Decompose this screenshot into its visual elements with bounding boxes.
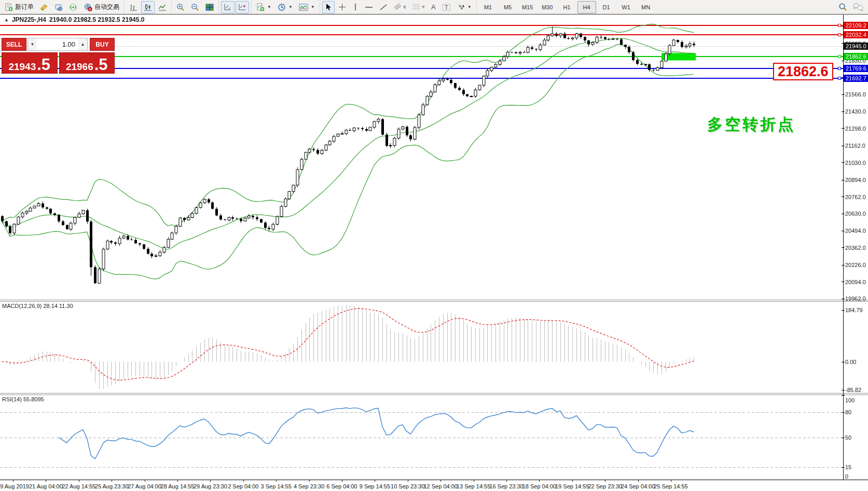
new-order-button[interactable]: 新订单 bbox=[2, 1, 36, 13]
timeframe-H4[interactable]: H4 bbox=[577, 1, 596, 13]
price-tick-dash bbox=[842, 111, 845, 112]
time-label: 21 Aug 04:00 bbox=[29, 483, 63, 489]
trendline-icon bbox=[379, 4, 388, 11]
documents-icon bbox=[40, 3, 48, 11]
auto-trading-button[interactable]: 自动交易 bbox=[81, 1, 122, 13]
macd-scale-label: -85.82 bbox=[845, 387, 868, 393]
trendline-button[interactable] bbox=[377, 1, 390, 13]
time-label: 3 Sep 14:55 bbox=[261, 483, 292, 489]
timeframe-M5[interactable]: M5 bbox=[499, 1, 517, 13]
macd-tick-dash bbox=[842, 310, 845, 311]
chart-title-ohlc: 21940.0 21982.5 21932.5 21945.0 bbox=[49, 16, 145, 23]
chart-title: ▲ JPN225-,H4 21940.0 21982.5 21932.5 219… bbox=[4, 16, 144, 23]
line-chart-button[interactable] bbox=[156, 1, 169, 13]
auto-scroll-button[interactable] bbox=[221, 1, 235, 13]
time-tick bbox=[605, 480, 605, 482]
time-label: 27 Aug 04:00 bbox=[128, 483, 161, 489]
candlestick-chart-button[interactable] bbox=[141, 1, 155, 13]
timeframe-D1[interactable]: D1 bbox=[597, 1, 616, 13]
chart-annotation-text[interactable]: 多空转折点 bbox=[707, 114, 795, 135]
price-chart-canvas[interactable] bbox=[0, 15, 843, 300]
rsi-scale-label: 80 bbox=[845, 409, 868, 415]
text-button[interactable]: A bbox=[429, 1, 438, 13]
timeframe-M30[interactable]: M30 bbox=[538, 1, 557, 13]
toolbar-group-trade: 新订单 自动交易 bbox=[0, 0, 124, 14]
rsi-scale-label: 15 bbox=[845, 464, 868, 470]
vertical-line-button[interactable] bbox=[350, 1, 361, 13]
time-label: 18 Sep 04:00 bbox=[522, 483, 556, 489]
volume-value[interactable]: 1.00 bbox=[37, 38, 78, 50]
toolbar-group-drawing: E F A T ▼ bbox=[320, 0, 476, 14]
sell-price-main: 21943 bbox=[8, 62, 36, 72]
price-tick-label: 20762.0 bbox=[845, 194, 868, 200]
toolbar-right bbox=[838, 3, 868, 11]
price-badge-21692.7: 21692.7 bbox=[844, 75, 868, 82]
chat-icon[interactable] bbox=[852, 3, 864, 11]
bar-chart-button[interactable] bbox=[127, 1, 140, 13]
price-badge-21945.0: 21945.0 bbox=[844, 43, 868, 50]
community-button[interactable] bbox=[52, 1, 65, 13]
price-tick-dash bbox=[842, 299, 845, 299]
time-label: 2 Sep 04:00 bbox=[228, 483, 258, 489]
time-label: 25 Aug 23:30 bbox=[95, 483, 129, 489]
price-tick-label: 21430.0 bbox=[845, 108, 868, 115]
sell-price-display[interactable]: 21943 .5 bbox=[2, 52, 58, 74]
time-label: 13 Sep 14:55 bbox=[457, 483, 490, 489]
buy-button[interactable]: BUY bbox=[90, 38, 115, 51]
one-click-trade-panel: SELL ▼ 1.00 ▲ BUY 21943 .5 21966 .5 bbox=[2, 38, 115, 74]
search-icon[interactable] bbox=[838, 3, 847, 11]
sell-price-frac: .5 bbox=[37, 58, 50, 72]
time-label: 9 Sep 14:55 bbox=[360, 483, 390, 489]
time-tick bbox=[342, 480, 342, 482]
rsi-scale-label: 0 bbox=[845, 473, 868, 480]
price-tick-label: 20494.0 bbox=[845, 228, 868, 234]
zoom-in-button[interactable] bbox=[174, 1, 187, 13]
indicators-dropdown[interactable]: ▼ bbox=[254, 1, 274, 13]
channel-button[interactable]: E bbox=[391, 1, 409, 13]
horizontal-line-button[interactable] bbox=[362, 1, 376, 13]
collapse-panel-icon[interactable]: ▲ bbox=[4, 17, 9, 22]
periods-dropdown[interactable]: ▼ bbox=[275, 1, 295, 13]
signals-button[interactable] bbox=[66, 1, 80, 13]
price-badge-21862.6: 21862.6 bbox=[844, 53, 868, 60]
tile-windows-button[interactable] bbox=[203, 1, 216, 13]
macd-tick-dash bbox=[842, 390, 845, 390]
signals-icon bbox=[69, 3, 77, 11]
volume-increase-button[interactable]: ▲ bbox=[78, 38, 87, 50]
arrows-dropdown[interactable]: ▼ bbox=[454, 1, 474, 13]
cursor-icon bbox=[325, 3, 332, 11]
sell-button[interactable]: SELL bbox=[2, 38, 26, 51]
zoom-out-button[interactable] bbox=[188, 1, 202, 13]
price-tick-dash bbox=[842, 162, 845, 163]
time-tick bbox=[309, 480, 310, 482]
time-label: 24 Sep 04:00 bbox=[621, 483, 655, 489]
fibonacci-button[interactable]: F bbox=[410, 1, 428, 13]
timeframe-M1[interactable]: M1 bbox=[479, 1, 498, 13]
rsi-label: RSI(14) 55.8095 bbox=[2, 396, 44, 402]
chart-shift-button[interactable] bbox=[236, 1, 249, 13]
templates-dropdown[interactable]: ▼ bbox=[296, 1, 318, 13]
documents-button[interactable] bbox=[37, 1, 51, 13]
timeframe-M15[interactable]: M15 bbox=[518, 1, 537, 13]
time-tick bbox=[13, 480, 13, 482]
price-callout-label[interactable]: 21862.6 bbox=[773, 63, 833, 80]
price-badge-22032.4: 22032.4 bbox=[844, 31, 868, 38]
buy-price-display[interactable]: 21966 .5 bbox=[59, 52, 115, 74]
macd-pane: MACD(12,26,9) 28.14 11.30 bbox=[0, 302, 868, 393]
price-tick-dash bbox=[842, 146, 845, 146]
timeframe-MN[interactable]: MN bbox=[637, 1, 655, 13]
channel-icon bbox=[394, 3, 403, 11]
timeframe-W1[interactable]: W1 bbox=[617, 1, 636, 13]
cursor-button[interactable] bbox=[322, 1, 335, 13]
chart-title-symbol: JPN225-,H4 bbox=[12, 16, 46, 23]
rsi-canvas[interactable] bbox=[0, 395, 843, 480]
text-label-button[interactable]: T bbox=[439, 1, 453, 13]
toolbar-group-objects: ▼ ▼ ▼ bbox=[251, 0, 320, 14]
macd-label: MACD(12,26,9) 28.14 11.30 bbox=[2, 303, 73, 309]
crosshair-button[interactable] bbox=[336, 1, 349, 13]
indicators-icon bbox=[256, 3, 265, 11]
timeframe-H1[interactable]: H1 bbox=[558, 1, 576, 13]
macd-canvas[interactable] bbox=[0, 302, 843, 393]
crosshair-icon bbox=[338, 3, 346, 11]
volume-decrease-button[interactable]: ▼ bbox=[28, 38, 37, 50]
